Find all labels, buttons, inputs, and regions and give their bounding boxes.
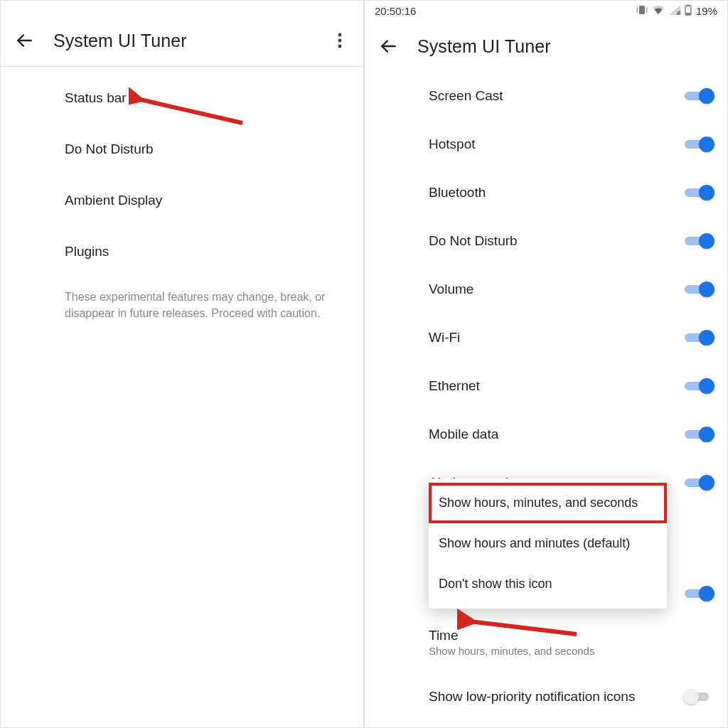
setting-time-subtitle: Show hours, minutes, and seconds [429,645,594,657]
battery-icon [685,4,692,18]
switch-icon[interactable] [685,184,713,201]
panel-left: System UI Tuner Status bar Do Not Distur… [0,0,364,728]
statusbar-time: 20:50:16 [375,5,416,17]
toggle-label: Hotspot [429,136,678,152]
toggle-label: Ethernet [429,378,678,394]
svg-point-1 [338,33,342,37]
annotation-arrow-statusbar [129,87,250,130]
switch-icon[interactable] [685,87,713,105]
statusbar-battery-pct: 19% [696,5,717,17]
switch-icon[interactable] [685,474,713,491]
appbar-right: System UI Tuner [365,21,727,72]
toggle-do-not-disturb[interactable]: Do Not Disturb [365,217,727,265]
svg-rect-5 [639,6,645,14]
menu-item-ambient-display[interactable]: Ambient Display [1,175,363,226]
svg-point-2 [338,39,342,43]
appbar-left: System UI Tuner [1,15,363,66]
toggle-label: Bluetooth [429,185,678,200]
toggle-label: Screen Cast [429,88,678,104]
toggle-bluetooth[interactable]: Bluetooth [365,168,727,217]
svg-rect-7 [646,7,648,13]
option-show-hm-default[interactable]: Show hours and minutes (default) [429,523,667,564]
back-icon[interactable] [15,31,33,50]
svg-rect-11 [686,13,690,15]
menu-item-label: Do Not Disturb [65,141,154,157]
experimental-footnote: These experimental features may change, … [1,277,363,321]
option-label: Show hours and minutes (default) [439,536,630,550]
option-show-hms[interactable]: Show hours, minutes, and seconds [429,483,667,523]
switch-icon[interactable] [685,688,713,705]
svg-point-3 [338,45,342,48]
toggle-label: Mobile data [429,427,678,442]
panel-right: 20:50:16 x 19% System UI Tuner Screen Ca… [364,0,728,728]
option-label: Show hours, minutes, and seconds [439,496,638,510]
toggle-ethernet[interactable]: Ethernet [365,362,727,410]
switch-icon[interactable] [685,585,713,602]
left-content: Status bar Do Not Disturb Ambient Displa… [1,67,363,727]
toggle-hotspot[interactable]: Hotspot [365,120,727,168]
menu-item-do-not-disturb[interactable]: Do Not Disturb [1,124,363,175]
switch-icon[interactable] [685,232,713,250]
toggle-mobile-data[interactable]: Mobile data [365,410,727,459]
toggle-label: Wi-Fi [429,330,678,346]
signal-icon: x [669,5,680,17]
page-title: System UI Tuner [53,31,187,51]
svg-line-13 [470,621,577,634]
toggle-volume[interactable]: Volume [365,265,727,314]
page-title: System UI Tuner [417,36,551,57]
menu-item-label: Ambient Display [65,193,162,208]
android-status-bar: 20:50:16 x 19% [365,1,727,21]
toggle-label: Show low-priority notification icons [429,689,678,705]
toggle-label: Volume [429,282,678,297]
svg-text:x: x [677,10,680,15]
switch-icon[interactable] [685,378,713,395]
switch-icon[interactable] [685,136,713,153]
switch-icon[interactable] [685,281,713,298]
switch-icon[interactable] [685,329,713,346]
overflow-menu-icon[interactable] [331,31,349,50]
svg-rect-10 [687,4,689,6]
menu-item-label: Plugins [65,244,109,259]
time-options-dropdown: Show hours, minutes, and seconds Show ho… [429,478,667,609]
toggle-low-priority-notification-icons[interactable]: Show low-priority notification icons [365,670,727,723]
option-dont-show-icon[interactable]: Don't show this icon [429,564,667,604]
vibrate-icon [636,5,648,17]
menu-item-plugins[interactable]: Plugins [1,226,363,277]
wifi-icon [652,5,665,17]
annotation-arrow-time [457,609,585,644]
svg-rect-6 [636,7,638,13]
toggle-wifi[interactable]: Wi-Fi [365,314,727,362]
switch-icon[interactable] [685,426,713,443]
back-icon[interactable] [379,37,397,55]
toggle-screen-cast[interactable]: Screen Cast [365,72,727,120]
svg-line-4 [137,99,242,123]
option-label: Don't show this icon [439,577,552,591]
menu-item-label: Status bar [65,90,127,106]
toggle-label: Do Not Disturb [429,233,678,249]
